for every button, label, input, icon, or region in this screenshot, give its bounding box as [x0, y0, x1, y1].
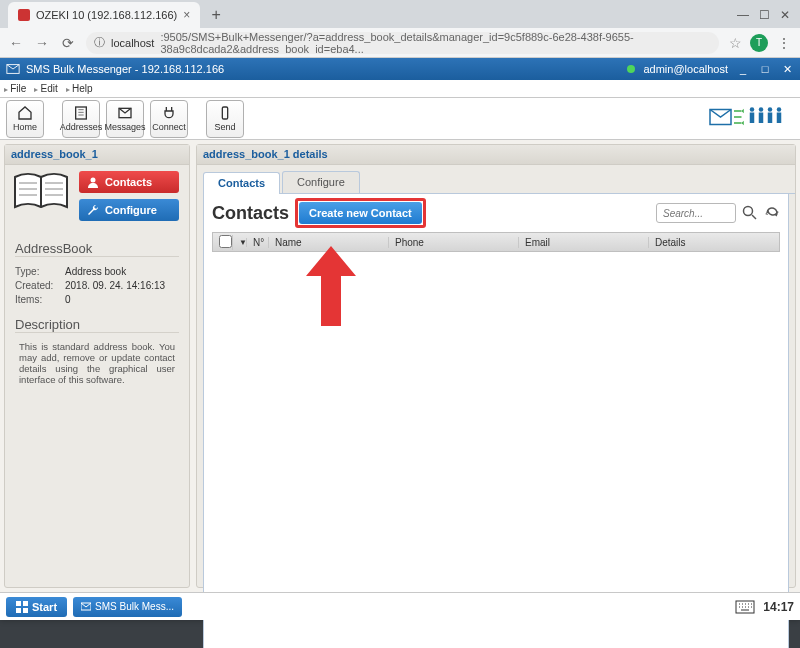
maximize-icon[interactable]: ☐: [759, 8, 770, 22]
items-label: Items:: [15, 294, 65, 305]
status-dot-icon: [627, 65, 635, 73]
start-button[interactable]: Start: [6, 597, 67, 617]
svg-point-13: [91, 178, 96, 183]
table-header: ▼ N° Name Phone Email Details: [212, 232, 780, 252]
new-tab-button[interactable]: +: [206, 5, 226, 25]
contacts-button[interactable]: Contacts: [79, 171, 179, 193]
configure-button[interactable]: Configure: [79, 199, 179, 221]
home-button[interactable]: Home: [6, 100, 44, 138]
description-text: This is standard address book. You may a…: [15, 337, 179, 389]
wrench-icon: [87, 204, 99, 216]
col-name[interactable]: Name: [269, 237, 389, 248]
toolbar-logo: [706, 102, 794, 136]
svg-rect-3: [222, 107, 227, 119]
app-icon: [6, 62, 20, 76]
col-details[interactable]: Details: [649, 237, 779, 248]
right-pane-title: address_book_1 details: [197, 145, 795, 165]
window-controls: — ☐ ✕: [727, 8, 800, 28]
site-info-icon[interactable]: ⓘ: [94, 35, 105, 50]
main-toolbar: Home Addresses Messages Connect Send: [0, 98, 800, 140]
start-icon: [16, 601, 28, 613]
app-titlebar: SMS Bulk Messenger - 192.168.112.166 adm…: [0, 58, 800, 80]
svg-rect-10: [768, 112, 773, 123]
tab-content: Contacts Create new Contact: [203, 194, 789, 648]
browser-tab[interactable]: OZEKI 10 (192.168.112.166) ×: [8, 2, 200, 28]
svg-rect-18: [23, 608, 28, 613]
create-contact-button[interactable]: Create new Contact: [299, 202, 422, 224]
menu-edit[interactable]: Edit: [34, 83, 57, 94]
workarea: address_book_1 Contacts Configure: [0, 140, 800, 592]
svg-rect-8: [759, 112, 764, 123]
app-max-icon[interactable]: □: [758, 62, 772, 76]
col-no[interactable]: N°: [247, 237, 269, 248]
browser-window: OZEKI 10 (192.168.112.166) × + — ☐ ✕ ← →…: [0, 0, 800, 620]
svg-point-5: [750, 107, 755, 112]
svg-point-11: [777, 107, 782, 112]
messages-button[interactable]: Messages: [106, 100, 144, 138]
left-pane-title: address_book_1: [5, 145, 189, 165]
svg-rect-17: [16, 608, 21, 613]
svg-rect-6: [750, 112, 755, 123]
taskbar: Start SMS Bulk Mess... 14:17: [0, 592, 800, 620]
col-email[interactable]: Email: [519, 237, 649, 248]
app-title: SMS Bulk Messenger - 192.168.112.166: [26, 63, 224, 75]
addressbook-heading: AddressBook: [15, 241, 179, 257]
app-user[interactable]: admin@localhost: [643, 63, 728, 75]
arrow-annotation: [306, 246, 356, 326]
reload-icon[interactable]: ⟳: [60, 35, 76, 51]
clock-time: 14:17: [763, 600, 794, 614]
minimize-icon[interactable]: —: [737, 8, 749, 22]
col-phone[interactable]: Phone: [389, 237, 519, 248]
person-icon: [87, 176, 99, 188]
menu-file[interactable]: File: [4, 83, 26, 94]
search-icon[interactable]: [742, 205, 758, 221]
tab-configure[interactable]: Configure: [282, 171, 360, 193]
right-pane: address_book_1 details Contacts Configur…: [196, 144, 796, 588]
menu-help[interactable]: Help: [66, 83, 93, 94]
pane-tabs: Contacts Configure: [203, 171, 795, 194]
menu-bar: File Edit Help: [0, 80, 800, 98]
svg-rect-12: [777, 112, 782, 123]
address-book-icon: [11, 171, 71, 213]
send-button[interactable]: Send: [206, 100, 244, 138]
close-icon[interactable]: ✕: [780, 8, 790, 22]
url-host: localhost: [111, 37, 154, 49]
taskbar-item[interactable]: SMS Bulk Mess...: [73, 597, 182, 617]
svg-rect-16: [23, 601, 28, 606]
app-close-icon[interactable]: ✕: [780, 62, 794, 76]
svg-point-7: [759, 107, 764, 112]
svg-rect-1: [76, 107, 87, 119]
bookmark-icon[interactable]: ☆: [729, 35, 742, 51]
app-viewport: SMS Bulk Messenger - 192.168.112.166 adm…: [0, 58, 800, 620]
clock-area: 14:17: [735, 600, 794, 614]
tab-contacts[interactable]: Contacts: [203, 172, 280, 194]
created-value: 2018. 09. 24. 14:16:13: [65, 280, 165, 291]
menu-icon[interactable]: ⋮: [776, 35, 792, 51]
tab-title: OZEKI 10 (192.168.112.166): [36, 9, 177, 21]
url-path: :9505/SMS+Bulk+Messenger/?a=address_book…: [160, 32, 711, 54]
left-pane: address_book_1 Contacts Configure: [4, 144, 190, 588]
connect-button[interactable]: Connect: [150, 100, 188, 138]
svg-point-9: [768, 107, 773, 112]
back-icon[interactable]: ←: [8, 35, 24, 51]
description-heading: Description: [15, 317, 179, 333]
keyboard-icon[interactable]: [735, 600, 755, 614]
forward-icon[interactable]: →: [34, 35, 50, 51]
task-icon: [81, 602, 91, 612]
profile-avatar[interactable]: T: [750, 34, 768, 52]
search-input[interactable]: [656, 203, 736, 223]
refresh-icon[interactable]: [764, 205, 780, 221]
contacts-heading: Contacts: [212, 203, 289, 224]
nav-toolbar: ← → ⟳ ⓘ localhost :9505/SMS+Bulk+Messeng…: [0, 28, 800, 58]
favicon-icon: [18, 9, 30, 21]
svg-point-14: [744, 207, 753, 216]
items-value: 0: [65, 294, 71, 305]
address-bar[interactable]: ⓘ localhost :9505/SMS+Bulk+Messenger/?a=…: [86, 32, 719, 54]
select-all-checkbox[interactable]: [219, 235, 232, 248]
app-min-icon[interactable]: _: [736, 62, 750, 76]
addresses-button[interactable]: Addresses: [62, 100, 100, 138]
tab-close-icon[interactable]: ×: [183, 8, 190, 22]
tab-strip: OZEKI 10 (192.168.112.166) × + — ☐ ✕: [0, 0, 800, 28]
svg-rect-15: [16, 601, 21, 606]
sort-icon[interactable]: ▼: [233, 238, 247, 247]
